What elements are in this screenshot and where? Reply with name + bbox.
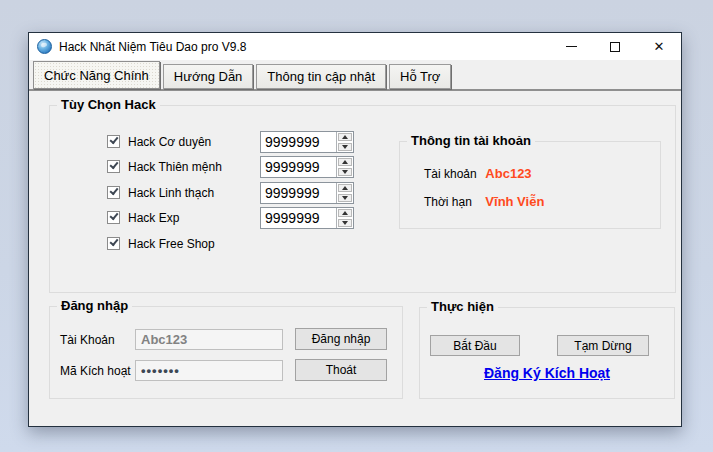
tab-huong-dan[interactable]: Hướng Dẫn (163, 64, 254, 89)
app-icon (37, 39, 52, 54)
spinner-down-button[interactable] (338, 219, 352, 227)
minimize-button[interactable] (549, 33, 593, 60)
hack-co-duyen-spinner (260, 131, 354, 153)
pause-button[interactable]: Tạm Dừng (557, 335, 649, 356)
group-login-label: Đăng nhập (57, 298, 132, 313)
spinner-down-button[interactable] (338, 168, 352, 176)
tab-ho-tro[interactable]: Hỗ Trợ (389, 64, 451, 89)
hack-co-duyen-label: Hack Cơ duyên (128, 135, 211, 149)
spinner-up-button[interactable] (338, 133, 352, 141)
title-bar: Hack Nhất Niệm Tiêu Dao pro V9.8 ✕ (29, 33, 681, 60)
start-button[interactable]: Bắt Đầu (430, 335, 520, 356)
username-label: Tài Khoản (60, 333, 115, 347)
arrow-up-icon (342, 160, 348, 164)
account-duration-row: Thời hạn Vĩnh Viễn (424, 194, 544, 209)
hack-linh-thach-label: Hack Linh thạch (128, 186, 214, 200)
hack-co-duyen-value-input[interactable] (261, 132, 336, 152)
arrow-down-icon (342, 145, 348, 149)
window-controls: ✕ (549, 33, 681, 60)
hack-exp-spinner (260, 207, 354, 229)
account-username-value: Abc123 (485, 166, 531, 181)
arrow-down-icon (342, 196, 348, 200)
spinner-down-button[interactable] (338, 143, 352, 151)
login-button[interactable]: Đăng nhập (295, 328, 387, 350)
app-window: Hack Nhất Niệm Tiêu Dao pro V9.8 ✕ Chức … (28, 32, 682, 427)
close-button[interactable]: ✕ (637, 33, 681, 60)
arrow-up-icon (342, 135, 348, 139)
username-input[interactable] (135, 329, 283, 350)
spinner-up-button[interactable] (338, 158, 352, 166)
register-activation-link[interactable]: Đăng Ký Kích Hoạt (420, 365, 674, 381)
hack-linh-thach-checkbox[interactable] (107, 186, 120, 199)
exit-button[interactable]: Thoát (295, 359, 387, 381)
window-title: Hack Nhất Niệm Tiêu Dao pro V9.8 (59, 40, 246, 54)
account-duration-value: Vĩnh Viễn (485, 194, 544, 209)
hack-exp-value-input[interactable] (261, 208, 336, 228)
hack-co-duyen-checkbox[interactable] (107, 135, 120, 148)
hack-free-shop-label: Hack Free Shop (128, 237, 215, 251)
hack-thien-menh-checkbox[interactable] (107, 160, 120, 173)
hack-thien-menh-label: Hack Thiên mệnh (128, 160, 222, 174)
arrow-up-icon (342, 211, 348, 215)
arrow-down-icon (342, 170, 348, 174)
arrow-up-icon (342, 186, 348, 190)
hack-linh-thach-spinner (260, 182, 354, 204)
hack-free-shop-checkbox[interactable] (107, 237, 120, 250)
account-username-label: Tài khoản (424, 167, 482, 181)
group-account-info-label: Thông tin tài khoản (407, 133, 535, 148)
spinner-up-button[interactable] (338, 209, 352, 217)
activation-code-input[interactable] (135, 360, 283, 381)
hack-exp-label: Hack Exp (128, 211, 179, 225)
hack-thien-menh-value-input[interactable] (261, 157, 336, 177)
spinner-up-button[interactable] (338, 184, 352, 192)
group-actions: Thực hiện Bắt Đầu Tạm Dừng Đăng Ký Kích … (419, 307, 675, 399)
minimize-icon (566, 46, 577, 47)
tab-bar: Chức Năng Chính Hướng Dẫn Thông tin cập … (29, 60, 681, 91)
account-username-row: Tài khoản Abc123 (424, 166, 532, 181)
spinner-down-button[interactable] (338, 194, 352, 202)
group-hack-options-label: Tùy Chọn Hack (57, 97, 160, 112)
maximize-button[interactable] (593, 33, 637, 60)
activation-code-label: Mã Kích hoạt (60, 364, 131, 378)
hack-thien-menh-spinner (260, 156, 354, 178)
arrow-down-icon (342, 221, 348, 225)
group-account-info: Thông tin tài khoản Tài khoản Abc123 Thờ… (399, 141, 661, 229)
close-icon: ✕ (654, 40, 665, 53)
hack-option-row: Hack Free Shop (50, 233, 675, 255)
hack-linh-thach-value-input[interactable] (261, 183, 336, 203)
account-duration-label: Thời hạn (424, 195, 482, 209)
hack-exp-checkbox[interactable] (107, 211, 120, 224)
group-actions-label: Thực hiện (427, 299, 498, 314)
desktop: { "window": { "title": "Hack Nhất Niệm T… (0, 0, 713, 452)
group-login: Đăng nhập Tài Khoản Đăng nhập Mã Kích ho… (49, 306, 403, 399)
maximize-icon (610, 42, 620, 52)
tab-thong-tin-cap-nhat[interactable]: Thông tin cập nhật (256, 64, 386, 89)
tab-chuc-nang-chinh[interactable]: Chức Năng Chính (33, 61, 160, 89)
